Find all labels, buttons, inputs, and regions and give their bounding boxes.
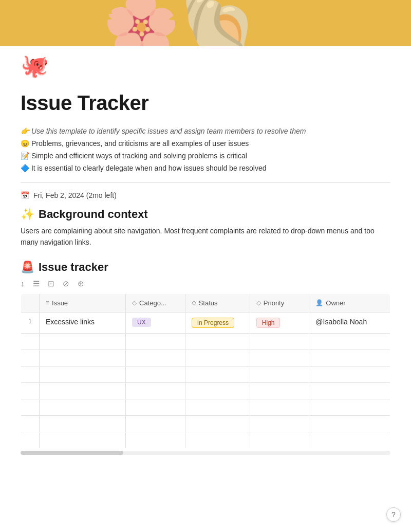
desc-intro: 👉 Use this template to identify specific… xyxy=(21,127,390,135)
row-issue-1[interactable]: Excessive links xyxy=(40,312,126,333)
scrollbar-thumb[interactable] xyxy=(21,451,123,455)
col-issue[interactable]: ≡ Issue xyxy=(40,293,126,312)
row-num-1: 1 xyxy=(21,312,40,333)
issue-col-icon: ≡ xyxy=(46,299,49,306)
col-status[interactable]: ◇ Status xyxy=(185,293,250,312)
table-row-empty-7 xyxy=(21,432,390,448)
hide-icon[interactable]: ⊘ xyxy=(63,279,69,288)
desc-bullet-1: 😠 Problems, grievances, and criticisms a… xyxy=(21,139,390,148)
background-heading-text: Background context xyxy=(39,208,148,221)
filter-icon[interactable]: ☰ xyxy=(33,279,40,288)
background-body: Users are complaining about site navigat… xyxy=(21,225,390,248)
table-row-empty-5 xyxy=(21,399,390,415)
table-row-empty-6 xyxy=(21,415,390,432)
tracker-heading: 🚨 Issue tracker xyxy=(21,261,390,274)
col-owner-label: Owner xyxy=(326,299,345,307)
col-priority[interactable]: ◇ Priority xyxy=(250,293,309,312)
banner-decoration: 🌸🐚🦑 xyxy=(103,0,308,46)
toolbar: ↕ ☰ ⊡ ⊘ ⊕ xyxy=(21,279,390,288)
status-col-icon: ◇ xyxy=(192,299,196,306)
col-priority-label: Priority xyxy=(264,299,284,307)
row-priority-1: High xyxy=(250,312,309,333)
sort-icon[interactable]: ↕ xyxy=(21,279,25,288)
date-value: Fri, Feb 2, 2024 (2mo left) xyxy=(33,191,117,199)
col-owner[interactable]: 👤 Owner xyxy=(309,293,390,312)
header-banner: 🌸🐚🦑 xyxy=(0,0,411,46)
divider xyxy=(21,182,390,183)
col-status-label: Status xyxy=(199,299,218,307)
alarm-icon: 🚨 xyxy=(21,261,34,274)
page-icon: 🐙 xyxy=(21,54,51,85)
status-badge-1: In Progress xyxy=(192,318,234,328)
table-header-row: ≡ Issue ◇ Catego... ◇ Status xyxy=(21,293,390,312)
priority-badge-1: High xyxy=(256,318,281,328)
settings-icon[interactable]: ⊕ xyxy=(78,279,84,288)
table-row-empty-1 xyxy=(21,333,390,350)
date-row: 📅 Fri, Feb 2, 2024 (2mo left) xyxy=(21,191,390,199)
category-badge-1: UX xyxy=(132,318,151,327)
table-row-empty-3 xyxy=(21,366,390,382)
page-title: Issue Tracker xyxy=(21,91,390,115)
owner-col-icon: 👤 xyxy=(315,299,323,306)
expand-icon[interactable]: ⊡ xyxy=(48,279,54,288)
priority-col-icon: ◇ xyxy=(256,299,261,306)
row-owner-1: @Isabella Noah xyxy=(309,312,390,333)
desc-bullet-2: 📝 Simple and efficient ways of tracking … xyxy=(21,152,390,160)
row-category-1: UX xyxy=(126,312,185,333)
sparkles-icon: ✨ xyxy=(21,208,34,221)
scrollbar-area[interactable] xyxy=(21,451,390,455)
table-row-empty-2 xyxy=(21,350,390,366)
tracker-heading-text: Issue tracker xyxy=(39,261,108,274)
calendar-icon: 📅 xyxy=(21,191,29,199)
issue-table: ≡ Issue ◇ Catego... ◇ Status xyxy=(21,293,390,449)
description-block: 👉 Use this template to identify specific… xyxy=(21,127,390,172)
help-button[interactable]: ? xyxy=(386,507,401,522)
category-col-icon: ◇ xyxy=(132,299,137,306)
table-row-empty-4 xyxy=(21,382,390,399)
table-row: 1 Excessive links UX In Progress High @I… xyxy=(21,312,390,333)
main-content: Issue Tracker 👉 Use this template to ide… xyxy=(0,91,411,475)
col-category[interactable]: ◇ Catego... xyxy=(126,293,185,312)
col-num xyxy=(21,293,40,312)
col-category-label: Catego... xyxy=(139,299,166,307)
col-issue-label: Issue xyxy=(52,299,68,307)
row-status-1: In Progress xyxy=(185,312,250,333)
background-heading: ✨ Background context xyxy=(21,208,390,221)
desc-bullet-3: 🔷 It is essential to clearly delegate wh… xyxy=(21,164,390,172)
